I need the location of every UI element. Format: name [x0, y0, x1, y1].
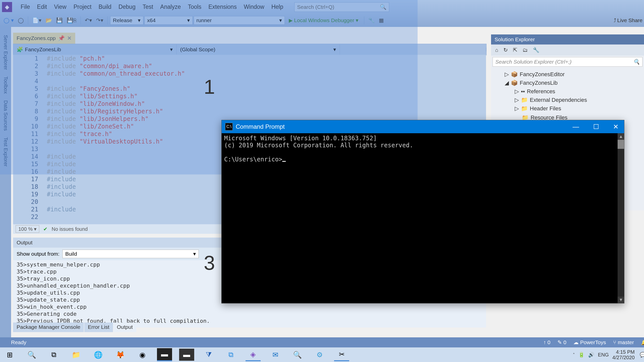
- sol-home-icon[interactable]: ⌂: [494, 46, 500, 54]
- app-icon-1[interactable]: 🔍: [290, 349, 305, 361]
- new-project-button[interactable]: 📄▾: [31, 16, 43, 24]
- scroll-up-icon[interactable]: ▴: [618, 133, 624, 140]
- nav-fwd-button[interactable]: ◯: [16, 16, 25, 24]
- outlook-icon[interactable]: ✉: [268, 349, 283, 361]
- nav-back-button[interactable]: ◯ ▾: [2, 16, 15, 24]
- chevron-right-icon[interactable]: ▷: [515, 88, 519, 95]
- chrome-icon[interactable]: ◉: [135, 349, 150, 361]
- save-button[interactable]: 💾: [55, 16, 64, 24]
- search-input[interactable]: Search (Ctrl+Q) 🔍: [294, 2, 389, 12]
- platform-dropdown[interactable]: x64▾: [144, 16, 193, 25]
- scroll-thumb[interactable]: [618, 140, 624, 149]
- save-all-button[interactable]: 💾⎘: [65, 16, 78, 24]
- lang-indicator[interactable]: ENG: [598, 352, 609, 358]
- tool-icon-1[interactable]: 🔧: [367, 16, 376, 24]
- cmd-maximize-button[interactable]: ☐: [591, 123, 601, 131]
- command-prompt-window[interactable]: C:\ Command Prompt — ☐ ✕ Microsoft Windo…: [221, 120, 624, 303]
- vs-icon[interactable]: ◈: [246, 348, 261, 361]
- nav-member-dropdown[interactable]: [340, 48, 486, 52]
- menu-test[interactable]: Test: [139, 2, 157, 12]
- close-tab-icon[interactable]: ✕: [67, 35, 72, 41]
- zoom-dropdown[interactable]: 100 % ▾: [16, 225, 39, 233]
- run-debugger-button[interactable]: ▶Local Windows Debugger▾: [286, 16, 361, 24]
- menu-debug[interactable]: Debug: [115, 2, 139, 12]
- rail-server-explorer[interactable]: Server Explorer: [1, 32, 11, 73]
- open-file-button[interactable]: 📂: [44, 16, 54, 24]
- target-dropdown[interactable]: runner▾: [194, 16, 285, 25]
- menu-view[interactable]: View: [51, 2, 70, 12]
- branch-name[interactable]: ⑂ master: [613, 339, 634, 345]
- action-center-icon[interactable]: 💬: [640, 352, 644, 358]
- edge-icon[interactable]: 🌐: [91, 349, 106, 361]
- undo-button[interactable]: ↶▾: [83, 16, 94, 24]
- rail-test-explorer[interactable]: Test Explorer: [1, 134, 11, 170]
- tray-chevron-icon[interactable]: ˄: [573, 352, 575, 357]
- menu-window[interactable]: Window: [240, 2, 268, 12]
- chevron-right-icon[interactable]: ▷: [515, 97, 519, 103]
- sol-properties-icon[interactable]: 🔧: [531, 46, 541, 54]
- cmd-titlebar[interactable]: C:\ Command Prompt — ☐ ✕: [222, 120, 624, 133]
- config-dropdown[interactable]: Release▾: [110, 16, 143, 25]
- powershell-icon[interactable]: ⧩: [201, 349, 216, 361]
- cmd-close-button[interactable]: ✕: [611, 123, 621, 131]
- app-icon-2[interactable]: ⚙: [312, 349, 327, 361]
- menu-project[interactable]: Project: [70, 2, 95, 12]
- solution-search-input[interactable]: Search Solution Explorer (Ctrl+;)🔍: [493, 57, 642, 67]
- push-count[interactable]: ↑ 0: [543, 339, 550, 345]
- menu-build[interactable]: Build: [95, 2, 115, 12]
- repo-name[interactable]: ☁ PowerToys: [573, 339, 606, 345]
- menu-help[interactable]: Help: [268, 2, 287, 12]
- menu-file[interactable]: File: [17, 2, 33, 12]
- menu-analyze[interactable]: Analyze: [157, 2, 184, 12]
- solution-tree[interactable]: ▷ 📦 FancyZonesEditor ◢ 📦 FancyZonesLib ▷…: [491, 68, 644, 124]
- firefox-icon[interactable]: 🦊: [113, 349, 128, 361]
- start-button[interactable]: ⊞: [2, 349, 17, 361]
- cmd-minimize-button[interactable]: —: [571, 123, 581, 131]
- tool-icon-2[interactable]: ▦: [377, 16, 385, 24]
- nav-scope-dropdown[interactable]: (Global Scope)▾: [177, 44, 340, 55]
- sol-show-all-icon[interactable]: 🗂: [521, 46, 529, 54]
- snip-icon[interactable]: ✂: [334, 348, 349, 361]
- output-from-dropdown[interactable]: Build▾: [62, 250, 199, 258]
- terminal-icon[interactable]: ▬: [157, 348, 172, 361]
- battery-icon[interactable]: 🔋: [578, 352, 585, 358]
- tab-error-list[interactable]: Error List: [84, 323, 113, 332]
- menu-extensions[interactable]: Extensions: [205, 2, 240, 12]
- rail-toolbox[interactable]: Toolbox: [1, 73, 11, 97]
- scroll-down-icon[interactable]: ▾: [618, 297, 624, 303]
- explorer-icon[interactable]: 📁: [68, 349, 84, 361]
- search-icon: 🔍: [380, 4, 386, 10]
- rail-data-sources[interactable]: Data Sources: [1, 97, 11, 134]
- pin-icon[interactable]: 📌: [58, 35, 65, 41]
- cmd-content[interactable]: Microsoft Windows [Version 10.0.18363.75…: [222, 133, 624, 164]
- tab-output[interactable]: Output: [113, 323, 136, 332]
- sol-collapse-icon[interactable]: ⇱: [511, 46, 519, 54]
- live-share-button[interactable]: ⤴ Live Share: [612, 16, 644, 24]
- cmd-scrollbar[interactable]: ▴ ▾: [618, 133, 624, 303]
- task-view-button[interactable]: ⧉: [46, 349, 61, 361]
- volume-icon[interactable]: 🔊: [588, 352, 594, 358]
- zone-label-1: 1: [204, 75, 215, 99]
- nav-project-dropdown[interactable]: 🧩 FancyZonesLib▾: [13, 44, 177, 55]
- chevron-right-icon[interactable]: ▷: [515, 105, 519, 112]
- taskbar[interactable]: ⊞ 🔍 ⧉ 📁 🌐 🦊 ◉ ▬ ▬ ⧩ ⧉ ◈ ✉ 🔍 ⚙ ✂ ˄ 🔋 🔊 EN…: [0, 347, 644, 362]
- check-icon: ✔: [43, 226, 48, 232]
- chevron-down-icon[interactable]: ◢: [505, 80, 509, 86]
- terminal2-icon[interactable]: ▬: [179, 349, 194, 361]
- clock[interactable]: 4:15 PM4/27/2020: [612, 349, 635, 360]
- document-tabs: FancyZones.cpp 📌 ✕: [13, 33, 75, 44]
- pull-count[interactable]: ✎ 0: [557, 339, 567, 345]
- tab-pmc[interactable]: Package Manager Console: [13, 323, 84, 332]
- vscode-icon[interactable]: ⧉: [223, 349, 238, 361]
- chevron-right-icon[interactable]: ▷: [505, 71, 509, 78]
- menu-edit[interactable]: Edit: [33, 2, 51, 12]
- sol-refresh-icon[interactable]: ↻: [502, 46, 509, 54]
- search-button[interactable]: 🔍: [24, 349, 39, 361]
- search-placeholder: Search (Ctrl+Q): [297, 4, 334, 10]
- menu-tools[interactable]: Tools: [184, 2, 205, 12]
- cmd-title-text: Command Prompt: [236, 123, 285, 130]
- tab-fancyzones[interactable]: FancyZones.cpp 📌 ✕: [13, 33, 75, 44]
- menubar: ◈ File Edit View Project Build Debug Tes…: [0, 0, 644, 14]
- notify-icon[interactable]: 🔔: [641, 339, 644, 345]
- redo-button[interactable]: ↷▾: [95, 16, 105, 24]
